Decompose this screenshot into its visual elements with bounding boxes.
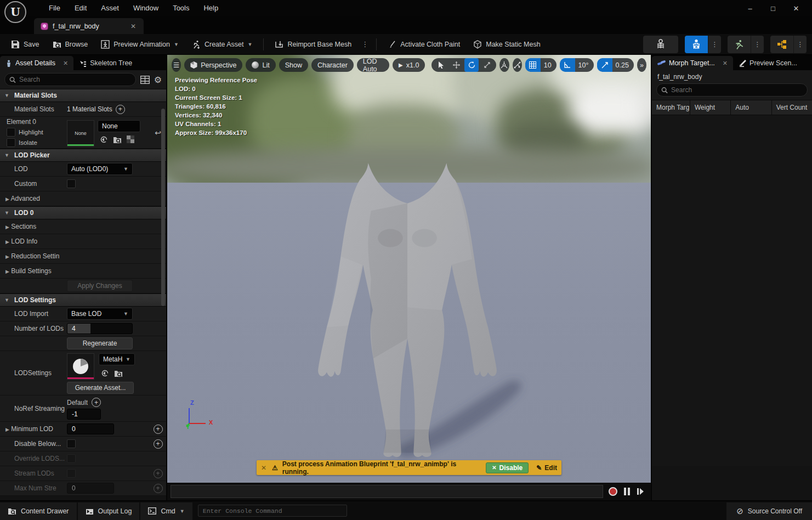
tab-skeleton-tree[interactable]: Skeleton Tree <box>73 56 138 70</box>
isolate-checkbox[interactable] <box>7 138 15 147</box>
tab-preview-scene-settings[interactable]: Preview Scen... <box>733 56 803 70</box>
apply-changes-button[interactable]: Apply Changes <box>67 280 133 292</box>
left-panel-scrollbar[interactable] <box>161 109 165 306</box>
preview-animation-button[interactable]: Preview Animation ▼ <box>95 36 184 53</box>
unreal-logo-icon[interactable]: U <box>4 1 26 23</box>
mesh-mode-button[interactable] <box>685 36 708 53</box>
use-selected-icon[interactable] <box>101 369 109 377</box>
close-button[interactable]: ✕ <box>785 0 808 16</box>
section-lod0[interactable]: ▼ LOD 0 <box>0 206 166 219</box>
generate-asset-button[interactable]: Generate Asset... <box>67 382 134 394</box>
tab-asset-details[interactable]: Asset Details ✕ <box>0 56 73 70</box>
material-select-dropdown[interactable]: None <box>98 120 140 132</box>
menu-tools[interactable]: Tools <box>166 0 196 16</box>
regenerate-button[interactable]: Regenerate <box>67 337 133 349</box>
make-static-mesh-button[interactable]: Make Static Mesh <box>468 36 546 53</box>
activate-cloth-paint-button[interactable]: Activate Cloth Paint <box>382 36 465 53</box>
tab-close-icon[interactable]: ✕ <box>116 22 138 30</box>
stream-lods-add-button[interactable]: + <box>154 469 163 478</box>
angle-snap-toggle[interactable]: 10° <box>560 58 594 72</box>
max-num-input[interactable]: 0 <box>67 483 114 494</box>
minimize-button[interactable]: – <box>739 0 762 16</box>
lod-import-dropdown[interactable]: Base LOD ▼ <box>67 308 133 320</box>
reset-to-default-icon[interactable]: ↩ <box>155 128 161 137</box>
viewport-more-button[interactable]: » <box>637 58 646 72</box>
reimport-options-icon[interactable]: ⋮ <box>359 40 371 48</box>
animation-mode-button[interactable] <box>728 36 751 53</box>
menu-help[interactable]: Help <box>196 0 225 16</box>
column-weight[interactable]: Weight <box>690 100 731 115</box>
select-tool-button[interactable] <box>434 58 448 72</box>
search-input[interactable] <box>19 76 131 83</box>
display-options-icon[interactable] <box>140 76 150 84</box>
minimum-lod-input[interactable]: 0 <box>67 423 114 434</box>
cmd-dropdown[interactable]: Cmd ▼ <box>140 502 192 520</box>
section-lod-picker[interactable]: ▼ LOD Picker <box>0 149 166 162</box>
section-lod-settings[interactable]: ▼ LOD Settings <box>0 293 166 307</box>
lod-dropdown[interactable]: Auto (LOD0) ▼ <box>67 163 133 175</box>
row-advanced[interactable]: ▶ Advanced <box>0 191 166 206</box>
surface-snapping-button[interactable] <box>513 58 522 72</box>
row-sections[interactable]: ▶ Sections <box>0 219 166 234</box>
reimport-base-mesh-button[interactable]: Reimport Base Mesh <box>269 36 357 53</box>
rotate-tool-button[interactable] <box>464 58 479 72</box>
menu-asset[interactable]: Asset <box>94 0 126 16</box>
override-lods-checkbox[interactable] <box>67 454 76 463</box>
browse-to-asset-icon[interactable] <box>113 135 122 144</box>
menu-window[interactable]: Window <box>126 0 166 16</box>
morph-searchbox[interactable] <box>656 83 808 97</box>
browse-button[interactable]: Browse <box>47 36 94 53</box>
console-command-input[interactable] <box>203 507 342 515</box>
menu-file[interactable]: File <box>42 0 67 16</box>
use-selected-icon[interactable] <box>100 135 108 144</box>
console-command-field[interactable] <box>198 505 347 517</box>
asset-tab[interactable]: f_tal_nrw_body ✕ <box>34 18 144 34</box>
edit-button[interactable]: ✎ Edit <box>536 464 557 472</box>
highlight-checkbox[interactable] <box>7 128 15 137</box>
lodsettings-dropdown[interactable]: MetaH ▼ <box>99 353 135 365</box>
row-build-settings[interactable]: ▶ Build Settings <box>0 264 166 279</box>
disable-below-checkbox[interactable] <box>67 439 76 448</box>
close-icon[interactable]: ✕ <box>59 60 68 67</box>
disable-below-add-button[interactable]: + <box>154 439 163 449</box>
gear-icon[interactable]: ⚙ <box>154 75 162 85</box>
playback-speed-button[interactable]: ▶ x1.0 <box>393 58 425 72</box>
perspective-dropdown[interactable]: Perspective <box>184 58 242 72</box>
output-log-button[interactable]: Output Log <box>78 502 140 520</box>
texture-checker-icon[interactable] <box>127 135 134 143</box>
tab-morph-target-preview[interactable]: Morph Target... ✕ <box>652 56 733 70</box>
close-icon[interactable]: ✕ <box>718 60 728 67</box>
column-auto[interactable]: Auto <box>731 100 771 115</box>
noref-add-button[interactable]: + <box>92 398 101 407</box>
scale-snap-toggle[interactable]: 0.25 <box>597 58 634 72</box>
morph-table-body[interactable] <box>652 115 812 466</box>
step-forward-button[interactable] <box>637 488 644 495</box>
timeline-scrubber[interactable] <box>171 485 603 498</box>
create-asset-button[interactable]: Create Asset ▼ <box>186 36 258 53</box>
column-vert-count[interactable]: Vert Count <box>772 100 812 115</box>
blueprint-mode-button[interactable] <box>770 36 793 53</box>
number-of-lods-input[interactable]: 4 <box>67 323 133 334</box>
lod-auto-dropdown[interactable]: LOD Auto <box>357 58 389 72</box>
pause-button[interactable] <box>624 488 630 495</box>
translate-tool-button[interactable] <box>449 58 463 72</box>
maximize-button[interactable]: □ <box>762 0 785 16</box>
character-mesh[interactable] <box>265 143 550 461</box>
lit-dropdown[interactable]: Lit <box>246 58 275 72</box>
warning-close-icon[interactable]: ✕ <box>261 464 266 472</box>
row-reduction-settings[interactable]: ▶ Reduction Settin <box>0 249 166 264</box>
mesh-mode-options-icon[interactable]: ⋮ <box>708 36 721 53</box>
material-thumbnail[interactable]: None <box>67 120 94 146</box>
show-dropdown[interactable]: Show <box>279 58 308 72</box>
minimum-lod-add-button[interactable]: + <box>154 425 163 434</box>
record-button[interactable] <box>609 487 617 496</box>
morph-search-input[interactable] <box>671 86 803 94</box>
blueprint-mode-options-icon[interactable]: ⋮ <box>793 36 807 53</box>
row-lod-info[interactable]: ▶ LOD Info <box>0 234 166 249</box>
character-dropdown[interactable]: Character <box>311 58 354 72</box>
viewport-menu-button[interactable]: ☰ <box>172 58 181 72</box>
add-material-slot-button[interactable]: + <box>116 105 125 114</box>
noref-value-input[interactable]: -1 <box>67 409 101 420</box>
content-drawer-button[interactable]: Content Drawer <box>0 502 77 520</box>
stream-lods-checkbox[interactable] <box>67 469 76 478</box>
